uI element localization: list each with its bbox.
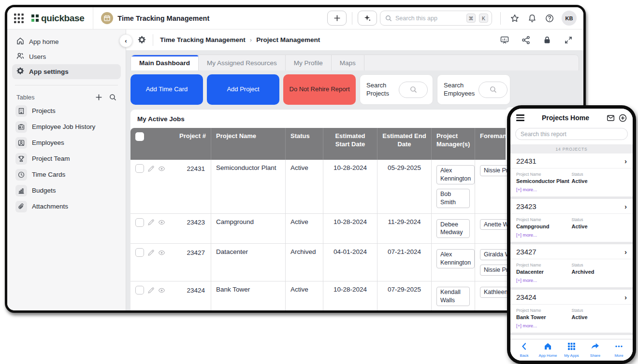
mobile-record-header[interactable]: 23423› bbox=[510, 199, 633, 214]
column-header-estimated-end-date[interactable]: Estimated End Date bbox=[377, 128, 432, 160]
mobile-search-input[interactable] bbox=[521, 131, 623, 138]
mobile-record-card[interactable]: 23423›Project NameCampgroundStatusActive… bbox=[510, 199, 633, 242]
table-item-time-cards[interactable]: Time Cards bbox=[12, 167, 121, 182]
search-projects-input[interactable] bbox=[399, 82, 428, 98]
mobile-nav-share[interactable]: Share bbox=[584, 342, 607, 358]
add-record-icon[interactable] bbox=[619, 114, 627, 122]
add-time-card-button[interactable]: Add Time Card bbox=[130, 74, 203, 105]
ai-sparkle-button[interactable] bbox=[358, 11, 377, 26]
project-number[interactable]: 23427 bbox=[169, 249, 206, 256]
row-checkbox[interactable] bbox=[135, 218, 144, 227]
row-checkbox[interactable] bbox=[135, 248, 144, 257]
do-not-rehire-report-button[interactable]: Do Not Rehire Report bbox=[283, 74, 356, 105]
tab-maps[interactable]: Maps bbox=[332, 55, 364, 70]
tab-main-dashboard[interactable]: Main Dashboard bbox=[131, 55, 199, 70]
chevron-right-icon[interactable]: › bbox=[624, 202, 627, 210]
manager-chip[interactable]: Bob Smith bbox=[436, 189, 470, 208]
view-eye-icon[interactable] bbox=[158, 165, 165, 172]
chevron-right-icon[interactable]: › bbox=[624, 248, 627, 256]
id-badge-icon bbox=[15, 121, 27, 133]
table-item-employee-job-history[interactable]: Employee Job History bbox=[12, 119, 121, 135]
favorite-star-icon[interactable] bbox=[510, 14, 519, 23]
user-avatar[interactable]: KB bbox=[562, 11, 577, 26]
email-report-icon[interactable] bbox=[607, 114, 615, 122]
project-number[interactable]: 23423 bbox=[169, 219, 206, 226]
new-item-button[interactable] bbox=[327, 11, 347, 26]
presentation-mode-icon[interactable] bbox=[500, 36, 509, 44]
more-fields-link[interactable]: [+] more... bbox=[510, 322, 633, 333]
mobile-nav-back[interactable]: Back bbox=[513, 342, 536, 358]
search-projects-card[interactable]: Search Projects bbox=[360, 74, 433, 105]
view-eye-icon[interactable] bbox=[158, 249, 165, 256]
edit-pencil-icon[interactable] bbox=[147, 287, 155, 294]
chevron-right-icon[interactable]: › bbox=[624, 157, 627, 165]
app-switcher-waffle-icon[interactable] bbox=[14, 14, 24, 23]
view-eye-icon[interactable] bbox=[158, 287, 165, 294]
page-settings-gear-icon[interactable] bbox=[138, 36, 146, 44]
search-employees-input[interactable] bbox=[478, 82, 508, 98]
lock-icon[interactable] bbox=[543, 36, 551, 44]
sidebar-item-app-home[interactable]: App home bbox=[12, 34, 121, 49]
mobile-record-card[interactable]: 23424›Project NameBank TowerStatusActive… bbox=[510, 290, 633, 333]
view-eye-icon[interactable] bbox=[158, 219, 165, 226]
column-header-project-name[interactable]: Project Name bbox=[211, 128, 286, 160]
more-fields-link[interactable]: [+] more... bbox=[510, 185, 633, 196]
more-fields-link[interactable]: [+] more... bbox=[510, 231, 633, 242]
search-employees-card[interactable]: Search Employees bbox=[437, 74, 510, 105]
mobile-nav-app-home[interactable]: App Home bbox=[537, 342, 559, 358]
mobile-field-label: Status bbox=[572, 263, 627, 267]
mobile-search-box[interactable] bbox=[515, 128, 628, 140]
managers-cell: Alex Kennington bbox=[436, 248, 470, 269]
edit-pencil-icon[interactable] bbox=[147, 249, 155, 256]
share-icon[interactable] bbox=[522, 36, 530, 44]
mobile-project-name: Campground bbox=[516, 224, 572, 229]
row-checkbox[interactable] bbox=[135, 286, 144, 294]
table-item-employees[interactable]: Employees bbox=[12, 135, 121, 151]
notifications-bell-icon[interactable] bbox=[528, 14, 536, 23]
manager-chip[interactable]: Alex Kennington bbox=[436, 165, 475, 184]
edit-pencil-icon[interactable] bbox=[147, 165, 155, 172]
tab-my-profile[interactable]: My Profile bbox=[286, 55, 332, 70]
app-search-box[interactable]: ⌘ K bbox=[380, 11, 492, 26]
mobile-record-card[interactable]: 23427›Project NameDatacenterStatusArchiv… bbox=[510, 244, 633, 287]
quickbase-logo[interactable]: quickbase bbox=[31, 13, 84, 24]
column-header-project-manager-s-[interactable]: Project Manager(s) bbox=[432, 128, 475, 160]
help-icon[interactable] bbox=[545, 14, 554, 23]
sidebar-collapse-button[interactable]: ‹ bbox=[119, 34, 132, 47]
search-tables-icon[interactable] bbox=[109, 94, 116, 101]
app-search-input[interactable] bbox=[395, 15, 463, 22]
sidebar-item-app-settings[interactable]: App settings bbox=[12, 64, 121, 79]
table-item-project-team[interactable]: Project Team bbox=[12, 151, 121, 167]
status-cell: Active bbox=[286, 160, 323, 214]
mobile-record-header[interactable]: 23427› bbox=[510, 244, 633, 259]
select-all-checkbox[interactable] bbox=[135, 132, 144, 141]
project-number[interactable]: 23424 bbox=[169, 287, 206, 294]
chevron-right-icon[interactable]: › bbox=[624, 293, 627, 301]
more-fields-link[interactable]: [+] more... bbox=[510, 276, 633, 287]
manager-chip[interactable]: Kendall Walls bbox=[436, 287, 470, 306]
manager-chip[interactable]: Debee Medway bbox=[436, 219, 470, 238]
project-number[interactable]: 22431 bbox=[169, 165, 206, 172]
mobile-record-card[interactable]: 22431›Project NameSemiconductor PlantSta… bbox=[510, 154, 633, 196]
add-project-button[interactable]: Add Project bbox=[207, 74, 279, 105]
column-header-estimated-start-date[interactable]: Estimated Start Date bbox=[323, 128, 377, 160]
column-header-project-[interactable]: Project # bbox=[130, 128, 211, 160]
table-item-budgets[interactable]: Budgets bbox=[12, 182, 121, 198]
edit-pencil-icon[interactable] bbox=[147, 219, 155, 226]
row-checkbox[interactable] bbox=[135, 164, 144, 173]
mobile-nav-my-apps[interactable]: My Apps bbox=[561, 342, 583, 358]
breadcrumb-parent[interactable]: Time Tracking Management bbox=[160, 36, 246, 43]
table-item-attachments[interactable]: Attachments bbox=[12, 198, 121, 214]
tab-my-assigned-resources[interactable]: My Assigned Resources bbox=[199, 55, 286, 70]
manager-chip[interactable]: Alex Kennington bbox=[436, 249, 475, 268]
hamburger-menu-icon[interactable] bbox=[516, 114, 524, 121]
expand-fullscreen-icon[interactable] bbox=[564, 36, 573, 44]
mobile-bottom-nav: BackApp HomeMy AppsShareMore bbox=[510, 339, 633, 361]
column-header-status[interactable]: Status bbox=[286, 128, 323, 160]
add-table-icon[interactable] bbox=[95, 94, 102, 101]
mobile-record-header[interactable]: 22431› bbox=[510, 154, 633, 168]
sidebar-item-users[interactable]: Users bbox=[12, 49, 121, 64]
mobile-record-header[interactable]: 23424› bbox=[510, 290, 633, 305]
mobile-nav-more[interactable]: More bbox=[608, 342, 630, 358]
table-item-projects[interactable]: Projects bbox=[12, 103, 121, 119]
